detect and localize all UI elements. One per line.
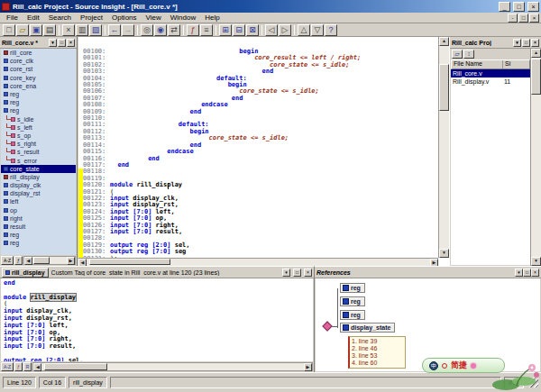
copy-icon[interactable]: ▥ — [76, 24, 88, 36]
new-file-icon[interactable]: □ — [3, 24, 15, 36]
menu-options[interactable]: Options — [107, 13, 142, 23]
mdi-minimize-button[interactable]: - — [508, 14, 518, 23]
panel-close-button[interactable]: × — [531, 269, 539, 277]
cut-icon[interactable]: × — [62, 24, 75, 36]
project-open-icon[interactable]: ▱ — [452, 50, 463, 59]
panel-close-button[interactable]: × — [67, 39, 75, 47]
search-files-icon[interactable]: ◉ — [154, 24, 167, 36]
panel-close-button[interactable]: × — [531, 39, 539, 47]
sort-type-button[interactable]: ƒ — [14, 256, 23, 265]
symbol-item-core_state[interactable]: core_state — [1, 165, 76, 173]
code-line-00115[interactable]: 00115:endcase — [78, 149, 438, 155]
panel-maximize-button[interactable]: □ — [293, 269, 301, 277]
context-window-icon[interactable]: ⊟ — [233, 24, 245, 36]
reference-line-list[interactable]: 1. line 392. line 463. line 534. line 60 — [348, 336, 406, 369]
symbol-item-rill_core[interactable]: rill_core — [1, 49, 76, 57]
symbol-item-s_result[interactable]: s_result — [1, 148, 76, 156]
editor-hscrollbar[interactable]: ◀ ▶ — [78, 258, 438, 266]
ime-mode-icon[interactable]: 中 — [429, 361, 438, 370]
symbol-item-result[interactable]: result — [1, 223, 76, 231]
symbol-item-s_op[interactable]: s_op — [1, 132, 76, 140]
reference-node-reg[interactable]: reg — [340, 296, 365, 306]
go-back-icon[interactable]: ◁ — [265, 24, 278, 36]
editor-text-area[interactable]: 00100:begin00101:core_result <= left / r… — [78, 37, 438, 258]
browse-symbols-icon[interactable]: ƒ — [187, 24, 199, 36]
save-file-icon[interactable]: ▣ — [30, 24, 42, 36]
project-vscrollbar[interactable]: ▲ ▼ — [530, 49, 541, 266]
scroll-right-icon[interactable]: ▶ — [304, 363, 312, 371]
file-list-header[interactable]: File Name Si — [451, 59, 530, 69]
file-row-Rill_core.v[interactable]: Rill_core.v — [451, 69, 530, 77]
scroll-thumb[interactable] — [531, 59, 541, 95]
panel-close-button[interactable]: × — [304, 269, 312, 277]
mdi-close-button[interactable]: × — [529, 14, 539, 23]
context-code-line[interactable]: input [7:0] result, — [4, 343, 313, 351]
panel-menu-button[interactable]: ▾ — [282, 269, 290, 277]
code-line-00111[interactable]: 00111:default: — [78, 122, 438, 128]
code-line-00113[interactable]: 00113:core_state <= s_idle; — [78, 135, 438, 141]
reference-line[interactable]: 2. line 46 — [352, 345, 403, 352]
project-window-icon[interactable]: ⊞ — [219, 24, 232, 36]
code-line-00116[interactable]: 00116:end — [78, 156, 438, 162]
symbol-item-display_rst[interactable]: display_rst — [1, 189, 76, 197]
maximize-button[interactable]: □ — [513, 2, 525, 12]
editor-vscrollbar[interactable]: ▲ ▼ — [438, 37, 449, 258]
context-preview[interactable]: endmodule rill_display(input display_clk… — [1, 278, 313, 361]
symbol-item-core_rst[interactable]: core_rst — [1, 65, 76, 73]
panel-maximize-button[interactable]: □ — [522, 39, 530, 47]
relation-window-icon[interactable]: ⊠ — [246, 24, 259, 36]
function-up-icon[interactable]: △ — [298, 24, 310, 36]
column-file-name[interactable]: File Name — [452, 60, 503, 68]
menu-window[interactable]: Window — [166, 13, 200, 23]
ctx-sort-alpha-button[interactable]: A-Z — [1, 362, 14, 371]
reference-line[interactable]: 1. line 39 — [352, 338, 403, 345]
mdi-restore-button[interactable]: □ — [518, 14, 528, 23]
minimize-button[interactable]: _ — [499, 2, 510, 12]
code-line-00127[interactable]: 00127:input [7:0] result, — [78, 229, 438, 235]
code-line-00110[interactable]: 00110: — [78, 115, 438, 122]
symbol-item-core_clk[interactable]: core_clk — [1, 57, 76, 65]
panel-menu-button[interactable]: ▾ — [515, 269, 523, 277]
symbol-item-display_clk[interactable]: display_clk — [1, 181, 76, 189]
code-line-00107[interactable]: 00107:end — [78, 96, 438, 102]
project-sync-icon[interactable]: ↕ — [463, 50, 474, 59]
scroll-left-icon[interactable]: ◀ — [24, 257, 32, 265]
function-down-icon[interactable]: ▽ — [311, 24, 324, 36]
scroll-right-icon[interactable]: ▶ — [67, 257, 75, 265]
code-line-00130[interactable]: 00130:output reg [7:0] seg — [78, 249, 438, 255]
scroll-down-icon[interactable]: ▼ — [439, 249, 449, 258]
menu-edit[interactable]: Edit — [23, 13, 44, 23]
ctx-browse-button[interactable]: ƒ — [14, 362, 23, 371]
code-line-00114[interactable]: 00114:end — [78, 142, 438, 149]
context-code-line[interactable]: end — [4, 280, 313, 287]
context-code-line[interactable]: module rill_display — [4, 295, 313, 302]
scroll-left-icon[interactable]: ◀ — [33, 363, 41, 371]
menu-file[interactable]: File — [2, 13, 23, 23]
go-forward-icon[interactable]: ▷ — [279, 24, 291, 36]
undo-icon[interactable]: ← — [108, 24, 121, 36]
scroll-thumb[interactable] — [33, 257, 50, 264]
code-line-00106[interactable]: 00106:core_state <= s_idle; — [78, 88, 438, 95]
context-hscrollbar[interactable]: ◀▶ — [32, 362, 313, 371]
code-line-00101[interactable]: 00101:core_result <= left / right; — [78, 55, 438, 61]
scroll-thumb[interactable] — [89, 259, 170, 265]
scroll-thumb[interactable] — [439, 64, 449, 111]
sort-alpha-button[interactable]: A-Z — [1, 256, 14, 265]
symbol-item-reg[interactable]: reg — [1, 231, 76, 239]
redo-icon[interactable]: → — [122, 24, 134, 36]
open-file-icon[interactable]: ▱ — [16, 24, 29, 36]
symbol-item-core_key[interactable]: core_key — [1, 74, 76, 82]
code-line-00118[interactable]: 00118: — [78, 169, 438, 175]
replace-icon[interactable]: ⇄ — [168, 24, 180, 36]
symbol-item-rill_display[interactable]: rill_display — [1, 173, 76, 181]
symbol-list-icon[interactable]: ≡ — [200, 24, 213, 36]
code-line-00104[interactable]: 00104:default: — [78, 76, 438, 82]
panel-menu-button[interactable]: ▾ — [513, 39, 521, 47]
help-icon[interactable]: ? — [325, 24, 337, 36]
scroll-up-icon[interactable]: ▲ — [531, 49, 541, 58]
reference-node-display_state[interactable]: display_state — [340, 323, 395, 333]
panel-maximize-button[interactable]: □ — [523, 269, 531, 277]
menu-search[interactable]: Search — [44, 13, 76, 23]
reference-line[interactable]: 3. line 53 — [352, 352, 403, 360]
symbol-item-reg[interactable]: reg — [1, 90, 76, 98]
